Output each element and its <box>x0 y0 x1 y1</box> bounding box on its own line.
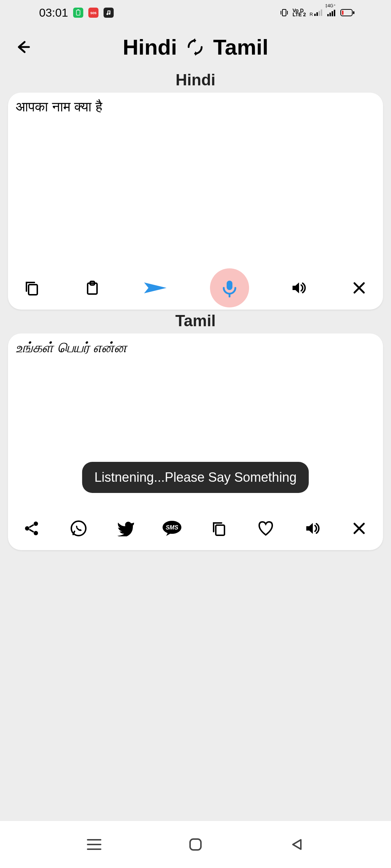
input-card: आपका नाम क्या है <box>8 93 383 310</box>
svg-rect-3 <box>314 14 316 16</box>
output-card: உங்கள் பெயர் என்ன Listnening...Please Sa… <box>8 333 383 550</box>
svg-rect-24 <box>216 525 224 535</box>
copy-button[interactable] <box>21 277 43 299</box>
svg-point-18 <box>34 522 38 526</box>
svg-rect-14 <box>29 285 37 295</box>
app-header: Hindi Tamil <box>0 25 391 69</box>
speaker-button[interactable] <box>288 277 310 299</box>
status-time: 03:01 <box>39 6 68 20</box>
system-nav-bar <box>0 821 391 868</box>
sos-app-icon: sos <box>88 8 98 18</box>
svg-rect-0 <box>76 10 80 15</box>
svg-rect-17 <box>227 281 232 290</box>
sms-button[interactable]: SMS <box>161 518 183 539</box>
speaker-output-button[interactable] <box>302 518 323 539</box>
svg-rect-13 <box>342 10 344 15</box>
home-button[interactable] <box>185 834 206 855</box>
battery-app-icon <box>73 8 83 18</box>
status-bar: 03:01 sos Vo DLTE 2 R ‡4G⁺ <box>0 0 391 25</box>
mic-button[interactable] <box>210 268 249 307</box>
share-button[interactable] <box>21 518 43 539</box>
svg-rect-7 <box>327 14 329 16</box>
svg-rect-6 <box>321 9 322 16</box>
nav-back-button[interactable] <box>287 834 307 855</box>
input-text[interactable]: आपका नाम क्या है <box>8 93 383 266</box>
copy-output-button[interactable] <box>208 518 230 539</box>
language-title: Hindi Tamil <box>34 35 357 60</box>
recent-apps-button[interactable] <box>84 834 104 855</box>
input-section-label: Hindi <box>0 71 391 89</box>
signal-2-icon: ‡4G⁺ <box>327 9 337 16</box>
output-toolbar: SMS <box>8 507 383 550</box>
svg-point-19 <box>25 526 29 531</box>
swap-languages-button[interactable] <box>186 38 205 56</box>
svg-rect-4 <box>316 12 318 16</box>
svg-rect-8 <box>329 13 331 16</box>
favorite-button[interactable] <box>255 518 277 539</box>
svg-rect-10 <box>334 10 335 16</box>
svg-rect-5 <box>319 11 320 16</box>
volte-icon: Vo DLTE 2 <box>293 9 306 17</box>
clear-output-button[interactable] <box>348 518 370 539</box>
twitter-button[interactable] <box>114 518 136 539</box>
lang-from-label[interactable]: Hindi <box>123 35 177 60</box>
translate-button[interactable] <box>142 277 171 299</box>
signal-1-icon: R <box>310 9 324 17</box>
whatsapp-button[interactable] <box>68 518 89 539</box>
svg-rect-28 <box>190 839 201 850</box>
listening-toast: Listnening...Please Say Something <box>82 462 309 493</box>
input-toolbar <box>8 266 383 310</box>
output-section-label: Tamil <box>0 312 391 330</box>
battery-icon <box>340 9 355 16</box>
music-app-icon <box>104 8 114 18</box>
svg-point-20 <box>34 531 38 535</box>
lang-to-label[interactable]: Tamil <box>213 35 268 60</box>
status-left: 03:01 sos <box>39 6 114 20</box>
clear-button[interactable] <box>348 277 370 299</box>
back-button[interactable] <box>12 36 34 58</box>
status-right: Vo DLTE 2 R ‡4G⁺ <box>279 8 355 17</box>
svg-rect-9 <box>332 11 333 16</box>
svg-text:SMS: SMS <box>166 524 178 531</box>
svg-rect-1 <box>77 9 79 10</box>
paste-button[interactable] <box>81 277 103 299</box>
svg-rect-2 <box>282 9 286 16</box>
vibrate-icon <box>279 8 289 17</box>
svg-rect-12 <box>353 11 354 14</box>
